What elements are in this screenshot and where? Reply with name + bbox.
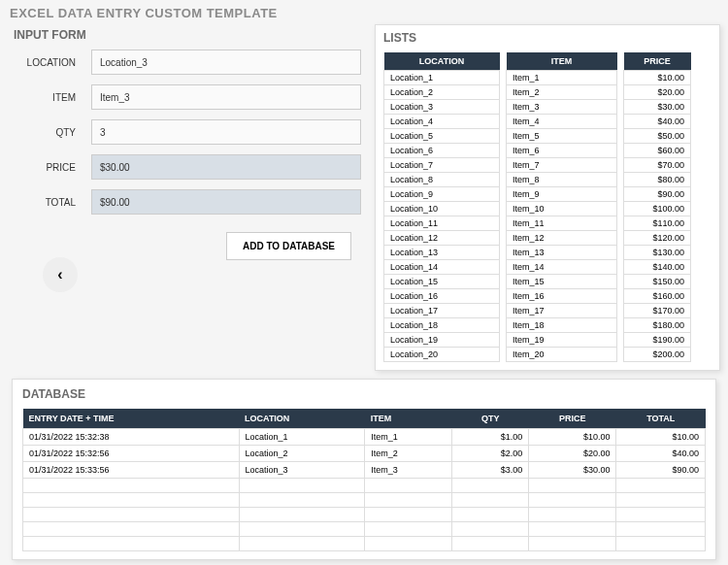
item-cell: Item_11 (507, 216, 617, 231)
item-cell: Item_3 (507, 100, 617, 115)
price-cell: $200.00 (624, 348, 691, 362)
list-row: Location_18 (384, 318, 500, 333)
db-total-cell: $40.00 (616, 446, 706, 462)
lists-title: LISTS (383, 31, 711, 45)
database-table: ENTRY DATE + TIMELOCATIONITEMQTYPRICETOT… (22, 409, 706, 551)
list-row: Item_15 (507, 275, 617, 289)
price-cell: $120.00 (624, 231, 691, 246)
list-row: Item_16 (507, 289, 617, 304)
price-cell: $100.00 (624, 202, 691, 216)
list-row: Item_7 (507, 158, 617, 173)
item-cell: Item_15 (507, 275, 617, 289)
location-input[interactable] (91, 50, 361, 75)
list-row: $50.00 (624, 129, 691, 144)
price-cell: $70.00 (624, 158, 691, 173)
list-row: Location_13 (384, 246, 500, 260)
list-row: Item_13 (507, 246, 617, 260)
item-cell: Item_13 (507, 246, 617, 260)
lists-panel: LISTS LOCATION Location_1Location_2Locat… (375, 24, 720, 371)
list-row: Location_9 (384, 187, 500, 202)
location-cell: Location_19 (384, 333, 500, 348)
list-row: Location_14 (384, 260, 500, 275)
price-cell: $160.00 (624, 289, 691, 304)
db-item-cell: Item_1 (365, 429, 452, 446)
location-cell: Location_13 (384, 246, 500, 260)
location-cell: Location_11 (384, 216, 500, 231)
list-row: Item_2 (507, 85, 617, 100)
list-row: $70.00 (624, 158, 691, 173)
db-header: PRICE (529, 409, 616, 429)
list-row: Location_6 (384, 144, 500, 158)
list-row: $10.00 (624, 71, 691, 85)
db-date-cell: 01/31/2022 15:32:38 (23, 429, 240, 446)
db-item-cell: Item_3 (365, 462, 452, 479)
location-cell: Location_1 (384, 71, 500, 85)
list-row: Item_10 (507, 202, 617, 216)
item-cell: Item_16 (507, 289, 617, 304)
list-row: $110.00 (624, 216, 691, 231)
list-row: $130.00 (624, 246, 691, 260)
location-list-table: LOCATION Location_1Location_2Location_3L… (383, 52, 500, 362)
price-cell: $50.00 (624, 129, 691, 144)
item-cell: Item_19 (507, 333, 617, 348)
total-label: TOTAL (14, 197, 91, 208)
list-row: Location_5 (384, 129, 500, 144)
list-row: Location_15 (384, 275, 500, 289)
list-row: $100.00 (624, 202, 691, 216)
qty-input[interactable] (91, 119, 361, 145)
price-input[interactable] (91, 154, 361, 180)
location-cell: Location_9 (384, 187, 500, 202)
table-row: 01/31/2022 15:32:56Location_2Item_2$2.00… (23, 446, 706, 462)
db-header: LOCATION (239, 409, 365, 429)
location-cell: Location_12 (384, 231, 500, 246)
item-cell: Item_18 (507, 318, 617, 333)
price-cell: $150.00 (624, 275, 691, 289)
list-row: Location_3 (384, 100, 500, 115)
item-input[interactable] (91, 84, 361, 110)
list-row: Item_18 (507, 318, 617, 333)
db-item-cell: Item_2 (365, 446, 452, 462)
list-row: Location_10 (384, 202, 500, 216)
list-row: Item_9 (507, 187, 617, 202)
list-row: Location_4 (384, 115, 500, 129)
list-row: Location_2 (384, 85, 500, 100)
price-list-table: PRICE $10.00$20.00$30.00$40.00$50.00$60.… (623, 52, 691, 362)
price-cell: $180.00 (624, 318, 691, 333)
item-cell: Item_2 (507, 85, 617, 100)
item-header: ITEM (507, 52, 617, 71)
list-row: Item_11 (507, 216, 617, 231)
list-row: $40.00 (624, 115, 691, 129)
list-row: Location_11 (384, 216, 500, 231)
list-row: Item_5 (507, 129, 617, 144)
database-title: DATABASE (22, 387, 706, 401)
list-row: $80.00 (624, 173, 691, 187)
list-row: $160.00 (624, 289, 691, 304)
list-row: $120.00 (624, 231, 691, 246)
db-header: QTY (452, 409, 529, 429)
location-cell: Location_20 (384, 348, 500, 362)
list-row: Location_12 (384, 231, 500, 246)
location-cell: Location_3 (384, 100, 500, 115)
price-cell: $40.00 (624, 115, 691, 129)
total-input[interactable] (91, 189, 361, 215)
location-cell: Location_15 (384, 275, 500, 289)
prev-button[interactable]: ‹ (43, 257, 78, 292)
list-row: Location_17 (384, 304, 500, 318)
db-price-cell: $20.00 (529, 446, 616, 462)
list-row: Item_19 (507, 333, 617, 348)
list-row: $190.00 (624, 333, 691, 348)
item-cell: Item_7 (507, 158, 617, 173)
item-cell: Item_14 (507, 260, 617, 275)
price-cell: $190.00 (624, 333, 691, 348)
table-row (23, 479, 706, 493)
db-header: TOTAL (616, 409, 706, 429)
db-date-cell: 01/31/2022 15:33:56 (23, 462, 240, 479)
price-cell: $80.00 (624, 173, 691, 187)
price-label: PRICE (14, 162, 91, 173)
add-to-database-button[interactable]: ADD TO DATABASE (226, 232, 351, 260)
list-row: $90.00 (624, 187, 691, 202)
list-row: Item_12 (507, 231, 617, 246)
table-row: 01/31/2022 15:33:56Location_3Item_3$3.00… (23, 462, 706, 479)
db-header: ENTRY DATE + TIME (23, 409, 240, 429)
item-cell: Item_6 (507, 144, 617, 158)
